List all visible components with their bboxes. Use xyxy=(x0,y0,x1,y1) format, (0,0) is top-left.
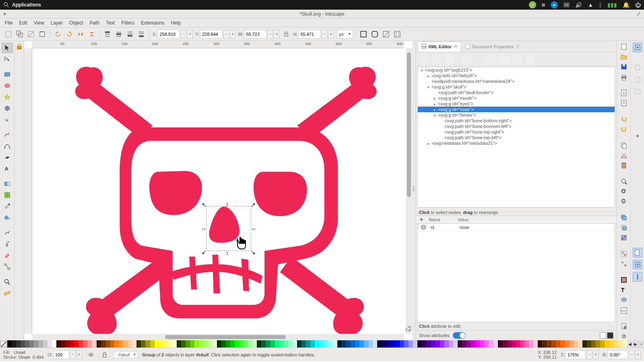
xml-tree-node[interactable]: <svg:path id="bone-top-left"> xyxy=(418,135,615,140)
palette-swatch[interactable] xyxy=(293,340,297,348)
circle-tool[interactable] xyxy=(2,80,13,91)
ruler-vertical[interactable] xyxy=(24,48,32,334)
palette-swatch[interactable] xyxy=(159,340,163,348)
palette-swatch[interactable] xyxy=(462,340,466,348)
h-input[interactable] xyxy=(298,30,321,39)
palette-swatch[interactable] xyxy=(78,340,83,348)
rotate-ccw-button[interactable] xyxy=(53,29,63,39)
opacity-input[interactable] xyxy=(53,350,69,359)
canvas-hscrollbar[interactable] xyxy=(32,334,404,340)
xml-attr-delete-button[interactable] xyxy=(418,224,429,231)
palette-swatch[interactable] xyxy=(101,340,105,348)
xml-tree-node[interactable]: ▸<svg:g id="mouth"> xyxy=(418,95,615,101)
tab-document-properties[interactable]: Document Properties ✕ xyxy=(461,41,523,52)
snap-line-midpoint-button[interactable] xyxy=(633,191,642,201)
show-attributes-toggle[interactable] xyxy=(453,332,466,339)
snap-bbox-center-button[interactable] xyxy=(633,111,642,121)
palette-swatch[interactable] xyxy=(484,340,489,348)
palette-swatch[interactable] xyxy=(244,340,248,348)
tray-notifications-icon[interactable]: 🔔 xyxy=(623,2,630,8)
palette-swatch[interactable] xyxy=(355,340,359,348)
selector-tool[interactable] xyxy=(2,43,13,53)
palette-swatch[interactable] xyxy=(609,340,614,348)
palette-swatch[interactable] xyxy=(168,340,172,348)
transform-gradient-button[interactable] xyxy=(381,29,391,39)
xml-tree-node[interactable]: ▸<svg:g id="nose"> xyxy=(418,107,615,112)
palette-swatch[interactable] xyxy=(377,340,382,348)
xml-tree-node[interactable]: <svg:path id="skull-border"> xyxy=(418,90,615,95)
tray-volume-icon[interactable]: 🔊 xyxy=(575,2,582,8)
palette-swatch[interactable] xyxy=(47,340,52,348)
rotation-plus[interactable]: + xyxy=(635,350,641,359)
zoom-page-button[interactable] xyxy=(619,198,629,206)
palette-swatch[interactable] xyxy=(315,340,319,348)
xml-move-down-button[interactable] xyxy=(524,54,536,65)
h-plus[interactable]: + xyxy=(328,30,334,39)
zoom-tool[interactable] xyxy=(2,277,13,287)
palette-swatch[interactable] xyxy=(538,340,542,348)
connector-tool[interactable] xyxy=(2,261,13,272)
xml-add-attr-button[interactable]: + xyxy=(416,216,427,223)
palette-swatch[interactable] xyxy=(351,340,355,348)
palette-swatch[interactable] xyxy=(7,340,12,348)
xml-tree-node[interactable]: <svg:path id="bone-bottom-right"> xyxy=(418,118,615,123)
lock-ratio-button[interactable] xyxy=(281,29,291,39)
snap-bbox-corner-button[interactable] xyxy=(633,87,642,97)
palette-swatch[interactable] xyxy=(529,340,533,348)
tree-expand-icon[interactable]: ▸ xyxy=(434,102,438,106)
measure-tool[interactable] xyxy=(2,288,13,298)
snap-grid-button[interactable] xyxy=(633,260,642,269)
xml-move-up-button[interactable] xyxy=(512,54,523,65)
palette-swatch[interactable] xyxy=(614,340,618,348)
tab-xml-editor[interactable]: xml XML Editor ✕ xyxy=(417,41,461,52)
palette-swatch[interactable] xyxy=(426,340,431,348)
snap-guide-button[interactable] xyxy=(633,272,642,282)
deselect-button[interactable] xyxy=(26,29,36,39)
palette-swatch[interactable] xyxy=(306,340,310,348)
layer-visibility-button[interactable] xyxy=(86,350,96,360)
palette-swatch[interactable] xyxy=(431,340,435,348)
palette-swatch[interactable] xyxy=(574,340,578,348)
palette-swatch[interactable] xyxy=(230,340,235,348)
layers-button[interactable] xyxy=(619,296,629,304)
palette-swatch[interactable] xyxy=(547,340,551,348)
snap-node-button[interactable] xyxy=(633,131,642,141)
palette-swatch[interactable] xyxy=(119,340,123,348)
palette-scroll-left[interactable]: ◀ xyxy=(627,340,633,348)
tree-expand-icon[interactable]: ▸ xyxy=(427,74,431,78)
undo-button[interactable] xyxy=(619,115,629,123)
palette-swatch[interactable] xyxy=(128,340,132,348)
unlink-clone-button[interactable] xyxy=(619,234,629,242)
palette-swatch[interactable] xyxy=(163,340,168,348)
tree-expand-icon[interactable]: ▸ xyxy=(427,142,431,146)
palette-swatch[interactable] xyxy=(498,340,502,348)
palette-swatch[interactable] xyxy=(578,340,582,348)
tray-power-icon[interactable]: ⏻ xyxy=(635,2,641,8)
w-input[interactable] xyxy=(244,30,266,39)
palette-swatch[interactable] xyxy=(301,340,306,348)
tree-expand-icon[interactable]: ▸ xyxy=(434,108,438,112)
text-tool[interactable]: A xyxy=(2,163,13,174)
palette-swatch[interactable] xyxy=(395,340,400,348)
palette-swatch[interactable] xyxy=(279,340,284,348)
palette-none-swatch[interactable] xyxy=(0,340,7,348)
menu-text[interactable]: Text xyxy=(103,19,118,27)
palette-swatch[interactable] xyxy=(92,340,96,348)
palette-swatch[interactable] xyxy=(270,340,275,348)
layer-selector[interactable]: ·#skull ▼ xyxy=(114,351,138,358)
palette-swatch[interactable] xyxy=(110,340,114,348)
gradient-tool[interactable] xyxy=(2,179,13,189)
rotation-minus[interactable]: − xyxy=(629,350,634,359)
palette-swatch[interactable] xyxy=(524,340,529,348)
snap-page-border-button[interactable] xyxy=(633,248,642,257)
palette-swatch[interactable] xyxy=(141,340,145,348)
menu-help[interactable]: Help xyxy=(168,19,184,27)
palette-swatch[interactable] xyxy=(489,340,493,348)
unit-select[interactable]: px▼ xyxy=(337,30,353,39)
palette-swatch[interactable] xyxy=(150,340,155,348)
ungroup-button[interactable] xyxy=(619,260,629,268)
palette-swatch[interactable] xyxy=(12,340,16,348)
palette-swatch[interactable] xyxy=(132,340,136,348)
palette-swatch[interactable] xyxy=(16,340,21,348)
palette-swatch[interactable] xyxy=(404,340,409,348)
